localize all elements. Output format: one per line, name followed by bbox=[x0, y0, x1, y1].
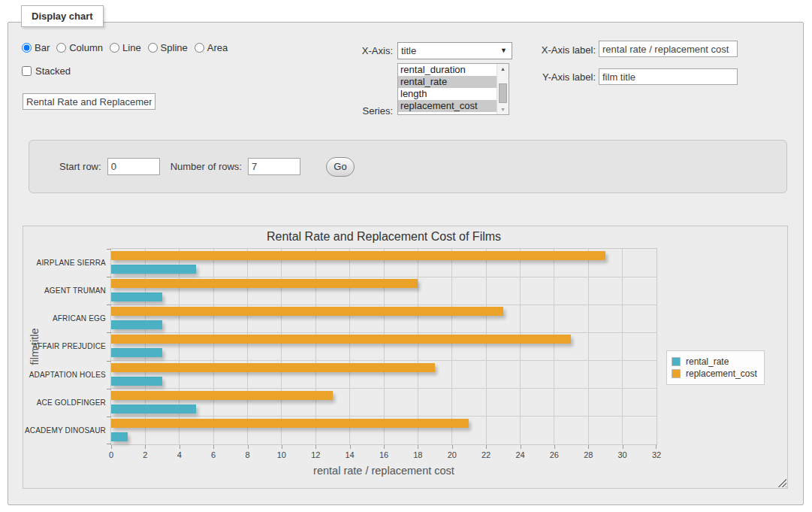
xaxis-select-label: X-Axis: bbox=[310, 45, 393, 56]
scrollbar-thumb[interactable] bbox=[499, 83, 507, 103]
x-tick-label: 6 bbox=[202, 450, 225, 459]
gridline bbox=[111, 332, 657, 333]
legend-label: replacement_cost bbox=[686, 368, 757, 379]
stacked-checkbox[interactable] bbox=[22, 66, 32, 76]
gridline bbox=[213, 249, 214, 444]
num-rows-label: Number of rows: bbox=[171, 161, 242, 172]
x-tick-label: 22 bbox=[475, 450, 497, 459]
x-tick-mark bbox=[248, 445, 249, 449]
chart-title-input[interactable] bbox=[23, 93, 155, 110]
bar-rental_rate bbox=[111, 320, 162, 329]
chart-type-line[interactable]: Line bbox=[110, 42, 141, 53]
legend-swatch bbox=[672, 369, 681, 378]
y-tick-mark bbox=[107, 304, 111, 305]
num-rows-input[interactable] bbox=[248, 158, 300, 175]
chart-type-radio-area[interactable] bbox=[195, 43, 204, 53]
yaxis-label-field-label: Y-Axis label: bbox=[457, 71, 596, 83]
bar-replacement_cost bbox=[111, 419, 469, 428]
x-tick-mark bbox=[145, 445, 146, 449]
x-tick-mark bbox=[418, 445, 418, 449]
category-label: AIRPLANE SIERRA bbox=[27, 249, 106, 277]
chart-type-bar[interactable]: Bar bbox=[22, 42, 50, 53]
chart-type-radio-bar[interactable] bbox=[22, 43, 32, 53]
gridline bbox=[349, 249, 350, 444]
x-tick-mark bbox=[588, 445, 589, 449]
stacked-checkbox-row[interactable]: Stacked bbox=[22, 65, 71, 77]
bar-replacement_cost bbox=[111, 335, 571, 344]
yaxis-label-input[interactable] bbox=[599, 68, 738, 85]
x-tick-mark bbox=[111, 445, 112, 449]
resize-handle[interactable] bbox=[777, 478, 786, 487]
chart-type-column[interactable]: Column bbox=[56, 42, 103, 53]
category-label: AGENT TRUMAN bbox=[27, 277, 106, 304]
series-option-replacement_cost[interactable]: replacement_cost bbox=[398, 100, 509, 112]
x-tick-mark bbox=[282, 445, 282, 449]
series-option-length[interactable]: length bbox=[398, 88, 509, 100]
chart-title: Rental Rate and Replacement Cost of Film… bbox=[110, 230, 657, 244]
chart-type-area[interactable]: Area bbox=[195, 42, 228, 53]
x-tick-mark bbox=[213, 445, 214, 449]
x-tick-label: 30 bbox=[611, 450, 634, 459]
x-tick-label: 0 bbox=[100, 450, 122, 459]
xaxis-label-input[interactable] bbox=[599, 41, 738, 57]
gridline bbox=[111, 304, 657, 305]
gridline bbox=[486, 249, 487, 444]
x-tick-mark bbox=[384, 445, 385, 449]
go-button[interactable]: Go bbox=[326, 157, 355, 177]
panel-legend: Display chart bbox=[21, 5, 104, 27]
chart-type-radio-column[interactable] bbox=[56, 43, 66, 53]
gridline bbox=[588, 249, 589, 444]
chart-xlabel: rental rate / replacement cost bbox=[111, 465, 657, 477]
gridline bbox=[179, 249, 180, 444]
y-tick-mark bbox=[107, 277, 111, 277]
x-tick-label: 28 bbox=[577, 450, 599, 459]
x-tick-mark bbox=[315, 445, 316, 449]
x-tick-mark bbox=[180, 445, 180, 449]
chart-type-radio-spline[interactable] bbox=[148, 43, 158, 53]
start-row-input[interactable] bbox=[107, 158, 160, 175]
scrollbar-down-icon[interactable]: ▼ bbox=[497, 105, 509, 114]
category-label: AFRICAN EGG bbox=[27, 304, 106, 332]
x-tick-mark bbox=[452, 445, 453, 449]
gridline bbox=[111, 277, 657, 277]
chart-container: Rental Rate and Replacement Cost of Film… bbox=[23, 226, 788, 489]
bar-replacement_cost bbox=[111, 391, 333, 400]
gridline bbox=[111, 360, 657, 361]
x-tick-label: 12 bbox=[304, 450, 327, 459]
bar-replacement_cost bbox=[111, 251, 605, 260]
y-tick-mark bbox=[107, 361, 111, 362]
start-row-label: Start row: bbox=[59, 161, 101, 172]
x-tick-label: 20 bbox=[441, 450, 463, 459]
x-tick-mark bbox=[623, 445, 623, 449]
x-tick-mark bbox=[486, 445, 487, 449]
y-tick-mark bbox=[107, 389, 111, 389]
bar-replacement_cost bbox=[111, 363, 435, 372]
gridline bbox=[281, 249, 282, 444]
gridline bbox=[384, 249, 385, 444]
x-tick-label: 18 bbox=[406, 450, 429, 459]
x-tick-label: 26 bbox=[543, 450, 566, 459]
chart-type-label: Line bbox=[122, 42, 141, 53]
x-tick-label: 2 bbox=[134, 450, 156, 459]
category-label: ACADEMY DINOSAUR bbox=[27, 417, 106, 444]
gridline bbox=[145, 249, 146, 444]
chart-type-group: BarColumnLineSplineArea bbox=[22, 42, 234, 53]
gridline bbox=[520, 249, 521, 444]
legend-label: rental_rate bbox=[686, 356, 729, 367]
legend-item: rental_rate bbox=[672, 356, 757, 367]
chart-type-spline[interactable]: Spline bbox=[148, 42, 188, 53]
legend-swatch bbox=[672, 357, 681, 366]
gridline bbox=[554, 249, 554, 444]
legend-item: replacement_cost bbox=[672, 368, 757, 379]
chart-type-radio-line[interactable] bbox=[110, 43, 119, 53]
bar-rental_rate bbox=[111, 404, 196, 414]
gridline bbox=[451, 249, 452, 444]
x-tick-label: 10 bbox=[270, 450, 293, 459]
gridline bbox=[418, 249, 418, 444]
x-tick-label: 4 bbox=[168, 450, 191, 459]
x-tick-mark bbox=[350, 445, 351, 449]
x-tick-label: 8 bbox=[237, 450, 259, 459]
x-tick-label: 24 bbox=[509, 450, 532, 459]
gridline bbox=[111, 416, 657, 417]
x-tick-mark bbox=[521, 445, 521, 449]
